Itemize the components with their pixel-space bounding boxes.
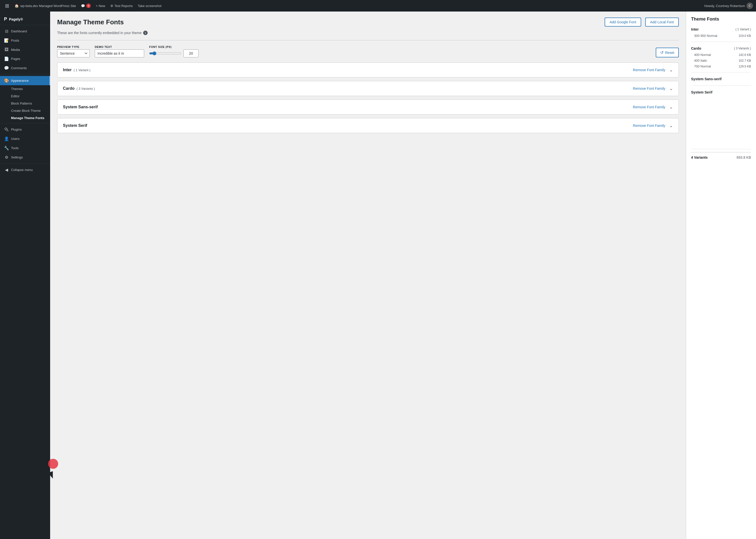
- chevron-down-icon[interactable]: ⌄: [669, 123, 673, 128]
- remove-system-serif-button[interactable]: Remove Font Family: [633, 123, 665, 127]
- sidebar-item-comments[interactable]: 💬 Comments: [0, 63, 50, 73]
- info-icon[interactable]: i: [143, 31, 148, 35]
- font-card-system-sans-actions: Remove Font Family ⌄: [633, 104, 673, 110]
- font-name-cardo: Cardo: [63, 86, 74, 91]
- site-name-link[interactable]: 🏠 wp-beta.dev Managed WordPress Site: [12, 0, 78, 12]
- font-size-label: FONT SIZE (PX): [149, 45, 198, 48]
- sidebar-item-label: Settings: [11, 155, 23, 159]
- sidebar-item-users[interactable]: 👤 Users: [0, 134, 50, 143]
- wp-logo-icon[interactable]: ⊞: [3, 2, 11, 10]
- remove-inter-button[interactable]: Remove Font Family: [633, 68, 665, 72]
- sidebar-item-label: Pages: [11, 57, 20, 61]
- sidebar-item-plugins[interactable]: 🔌 Plugins: [0, 125, 50, 134]
- panel-cardo-variants: ( 3 Variants ): [734, 46, 751, 50]
- collapse-menu-button[interactable]: ◀ Collapse menu: [0, 165, 50, 175]
- take-screenshot-button[interactable]: Take screenshot: [135, 0, 164, 12]
- site-name: wp-beta.dev Managed WordPress Site: [20, 4, 76, 8]
- collapse-label: Collapse menu: [11, 168, 33, 172]
- test-reports-link[interactable]: ⚙ Test Reports: [108, 0, 135, 12]
- plugins-icon: 🔌: [4, 127, 9, 132]
- preview-type-select[interactable]: Sentence Alphabet Numbers Custom: [57, 49, 90, 57]
- chevron-down-icon[interactable]: ⌄: [669, 67, 673, 73]
- sidebar-item-label: Media: [11, 48, 20, 52]
- user-greeting: Howdy, Courtney Robertson: [704, 4, 745, 8]
- add-google-font-button[interactable]: Add Google Font: [605, 18, 641, 27]
- variant-label: 300 900 Normal: [694, 34, 718, 38]
- panel-cardo-name: Cardo: [691, 46, 701, 50]
- panel-font-cardo: Cardo ( 3 Variants ) 400 Normal 142.6 KB…: [691, 45, 751, 69]
- panel-system-serif-name: System Serif: [691, 90, 713, 94]
- test-reports-label: Test Reports: [114, 4, 133, 8]
- dashboard-icon: ⊟: [4, 29, 9, 34]
- page-title: Manage Theme Fonts: [57, 18, 124, 26]
- remove-cardo-button[interactable]: Remove Font Family: [633, 87, 665, 91]
- panel-divider-1: [691, 41, 751, 42]
- reset-button[interactable]: ↺ Reset: [656, 48, 679, 57]
- sidebar-divider-3: [0, 163, 50, 164]
- sidebar-item-posts[interactable]: 📝 Posts: [0, 36, 50, 45]
- panel-total-size: 693.8 KB: [736, 155, 751, 159]
- sidebar-item-appearance[interactable]: 🎨 Appearance: [0, 76, 50, 85]
- new-content-button[interactable]: + New: [93, 0, 108, 12]
- variant-size: 142.6 KB: [739, 53, 751, 57]
- chevron-down-icon[interactable]: ⌄: [669, 104, 673, 110]
- sidebar-item-manage-theme-fonts[interactable]: Manage Theme Fonts: [0, 114, 50, 121]
- panel-font-system-serif: System Serif: [691, 89, 751, 96]
- font-size-input[interactable]: [184, 49, 198, 57]
- sidebar-item-tools[interactable]: 🔧 Tools: [0, 143, 50, 153]
- sidebar-brand: P Pagely®: [0, 14, 50, 25]
- avatar[interactable]: C: [746, 3, 753, 9]
- sidebar-item-label: Comments: [11, 66, 27, 70]
- add-local-font-button[interactable]: Add Local Font: [645, 18, 679, 27]
- sidebar-item-create-block-theme[interactable]: Create Block Theme: [0, 107, 50, 114]
- variant-label: 400 Normal: [694, 53, 711, 57]
- font-card-inter-header[interactable]: Inter ( 1 Variant ) Remove Font Family ⌄: [57, 63, 679, 77]
- panel-system-sans-name: System Sans-serif: [691, 77, 721, 81]
- sidebar-item-pages[interactable]: 📄 Pages: [0, 54, 50, 63]
- tools-icon: 🔧: [4, 146, 9, 150]
- sidebar-item-media[interactable]: 🖼 Media: [0, 45, 50, 54]
- home-icon: 🏠: [15, 4, 19, 8]
- remove-system-sans-button[interactable]: Remove Font Family: [633, 105, 665, 109]
- page-description: These are the fonts currently embedded i…: [57, 31, 679, 35]
- font-name-system-serif: System Serif: [63, 123, 87, 128]
- users-icon: 👤: [4, 136, 9, 141]
- sidebar-item-dashboard[interactable]: ⊟ Dashboard: [0, 27, 50, 36]
- sidebar-item-label: Appearance: [11, 79, 29, 83]
- sidebar-item-label: Plugins: [11, 127, 22, 131]
- font-card-system-sans-header[interactable]: System Sans-serif Remove Font Family ⌄: [57, 100, 679, 114]
- variant-size: 129.5 KB: [739, 65, 751, 68]
- panel-system-sans-header: System Sans-serif: [691, 75, 751, 83]
- sidebar-item-block-patterns[interactable]: Block Patterns: [0, 100, 50, 107]
- demo-text-control: DEMO TEXT: [95, 45, 144, 57]
- chevron-down-icon[interactable]: ⌄: [669, 86, 673, 91]
- panel-footer: 4 Variants 693.8 KB: [691, 152, 751, 159]
- preview-type-control: PREVIEW TYPE Sentence Alphabet Numbers C…: [57, 45, 90, 57]
- sidebar-item-themes[interactable]: Themes: [0, 85, 50, 93]
- font-size-control: FONT SIZE (PX): [149, 45, 198, 57]
- media-icon: 🖼: [4, 47, 9, 52]
- posts-icon: 📝: [4, 38, 9, 43]
- font-size-slider[interactable]: [149, 51, 182, 55]
- comments-link[interactable]: 💬 0: [78, 0, 93, 12]
- sidebar: P Pagely® ⊟ Dashboard 📝 Posts 🖼 Media 📄 …: [0, 12, 50, 539]
- sidebar-item-label: Dashboard: [11, 29, 27, 33]
- collapse-icon: ◀: [4, 168, 9, 172]
- font-variants-inter: ( 1 Variant ): [74, 68, 91, 72]
- panel-inter-variants: ( 1 Variant ): [735, 28, 751, 31]
- sidebar-item-settings[interactable]: ⚙ Settings: [0, 153, 50, 162]
- sidebar-item-editor[interactable]: Editor: [0, 93, 50, 100]
- font-card-system-serif-header[interactable]: System Serif Remove Font Family ⌄: [57, 118, 679, 133]
- new-label: + New: [96, 4, 105, 8]
- screenshot-label: Take screenshot: [138, 4, 162, 8]
- panel-total-label: 4 Variants: [691, 155, 708, 159]
- panel-cardo-variant-3: 700 Normal 129.5 KB: [691, 63, 751, 69]
- comments-icon: 💬: [81, 4, 85, 8]
- font-card-cardo-header[interactable]: Cardo ( 3 Variants ) Remove Font Family …: [57, 81, 679, 96]
- font-card-system-serif-actions: Remove Font Family ⌄: [633, 123, 673, 128]
- font-card-inter: Inter ( 1 Variant ) Remove Font Family ⌄: [57, 62, 679, 77]
- panel-inter-name: Inter: [691, 27, 699, 31]
- demo-text-input[interactable]: [95, 49, 144, 57]
- reports-icon: ⚙: [110, 4, 113, 8]
- font-card-cardo-actions: Remove Font Family ⌄: [633, 86, 673, 91]
